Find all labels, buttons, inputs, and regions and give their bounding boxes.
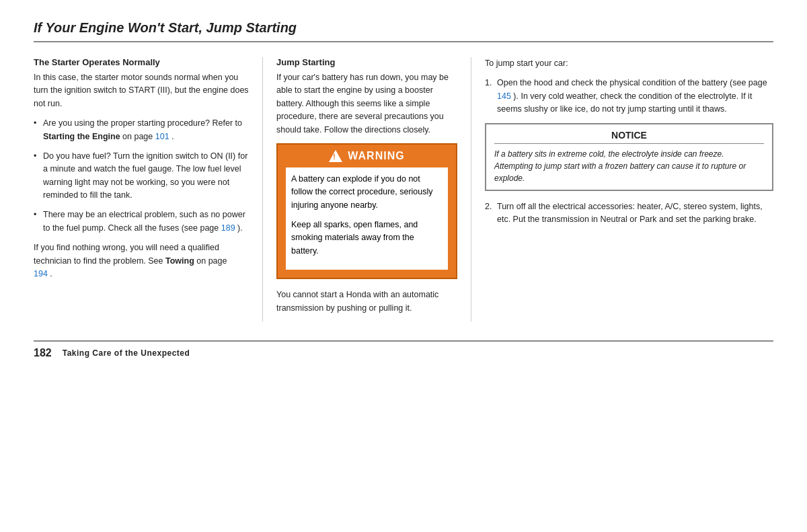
list-item: Do you have fuel? Turn the ignition swit… <box>34 150 249 202</box>
bullet-list: Are you using the proper starting proced… <box>34 117 249 235</box>
notice-box: NOTICE If a battery sits in extreme cold… <box>485 123 773 191</box>
step-num-2: 2. <box>485 200 492 213</box>
left-section-header: The Starter Operates Normally <box>34 57 249 67</box>
bullet-text-3-before: There may be an electrical problem, such… <box>43 210 245 232</box>
step1-before: Open the hood and check the physical con… <box>497 78 767 87</box>
link-194[interactable]: 194 <box>34 269 48 278</box>
warning-para1: A battery can explode if you do not foll… <box>291 173 443 212</box>
bullet-text-2: Do you have fuel? Turn the ignition swit… <box>43 151 247 200</box>
list-item: There may be an electrical problem, such… <box>34 208 249 235</box>
page-title: If Your Engine Won't Start, Jump Startin… <box>34 20 773 36</box>
bullet-text-3-after: ). <box>235 223 243 233</box>
warning-triangle-icon <box>329 150 342 162</box>
footer-bold: Towing <box>165 256 194 266</box>
bullet-text-1-mid: on page <box>120 132 155 141</box>
warning-title: WARNING <box>348 150 404 162</box>
page-footer: 182 Taking Care of the Unexpected <box>34 340 773 359</box>
list-item: 2. Turn off all the electrical accessori… <box>485 200 773 227</box>
right-intro-text: To jump start your car: <box>485 57 773 70</box>
auto-trans-text: You cannot start a Honda with an automat… <box>276 289 457 315</box>
left-footer-text: If you find nothing wrong, you will need… <box>34 241 249 280</box>
right-column: To jump start your car: 1. Open the hood… <box>471 57 773 321</box>
mid-section-header: Jump Starting <box>276 57 457 67</box>
warning-box: WARNING A battery can explode if you do … <box>276 143 457 279</box>
bullet-text-1-before: Are you using the proper starting proced… <box>43 118 242 128</box>
title-rule <box>34 41 773 42</box>
list-item: Are you using the proper starting proced… <box>34 117 249 143</box>
notice-title: NOTICE <box>494 130 764 144</box>
step1-after: ). In very cold weather, check the condi… <box>497 91 752 114</box>
bullet-text-1-after: . <box>169 132 174 141</box>
footer-text-mid: on page <box>194 256 227 266</box>
footer-subtitle: Taking Care of the Unexpected <box>63 348 190 358</box>
warning-para2: Keep all sparks, open flames, and smokin… <box>291 219 443 258</box>
footer-text-after: . <box>48 269 52 278</box>
link-145[interactable]: 145 <box>497 91 511 101</box>
step-num-1: 1. <box>485 77 492 89</box>
list-item: 1. Open the hood and check the physical … <box>485 77 773 116</box>
warning-header: WARNING <box>286 150 448 162</box>
notice-body: If a battery sits in extreme cold, the e… <box>494 148 764 184</box>
middle-column: Jump Starting If your car's battery has … <box>262 57 471 321</box>
link-101[interactable]: 101 <box>155 132 169 141</box>
left-column: The Starter Operates Normally In this ca… <box>34 57 262 321</box>
warning-body: A battery can explode if you do not foll… <box>286 167 448 270</box>
content-area: The Starter Operates Normally In this ca… <box>34 57 773 321</box>
step2-text: Turn off all the electrical accessories:… <box>497 202 763 224</box>
bullet-bold-1: Starting the Engine <box>43 132 120 141</box>
steps-list: 1. Open the hood and check the physical … <box>485 77 773 116</box>
steps-list-2: 2. Turn off all the electrical accessori… <box>485 200 773 227</box>
page-wrapper: If Your Engine Won't Start, Jump Startin… <box>0 0 807 373</box>
link-189[interactable]: 189 <box>221 223 235 233</box>
mid-intro-text: If your car's battery has run down, you … <box>276 71 457 137</box>
page-number: 182 <box>34 347 52 359</box>
left-intro-text: In this case, the starter motor sounds n… <box>34 71 249 110</box>
